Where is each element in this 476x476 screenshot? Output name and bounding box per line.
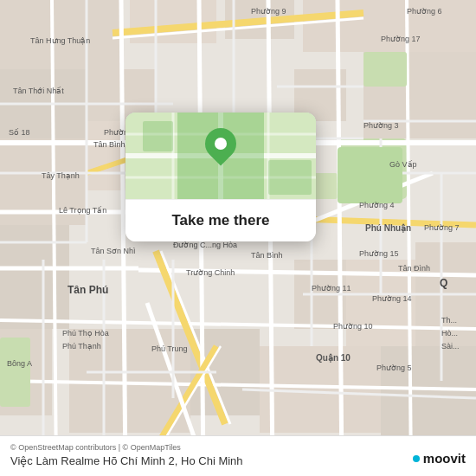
- svg-rect-11: [0, 225, 69, 329]
- pin-outer: [199, 122, 243, 166]
- location-pin: [205, 128, 236, 159]
- svg-rect-66: [0, 338, 30, 407]
- pin-inner: [212, 135, 229, 152]
- moovit-dot-icon: [413, 455, 420, 462]
- svg-rect-64: [338, 147, 402, 203]
- svg-rect-76: [143, 121, 173, 151]
- take-me-there-button[interactable]: Take me there: [125, 199, 316, 241]
- info-card: Take me there: [125, 113, 316, 241]
- bottom-bar: © OpenStreetMap contributors | © OpenMap…: [0, 435, 476, 476]
- moovit-logo: moovit: [413, 451, 466, 466]
- svg-rect-65: [363, 52, 407, 87]
- card-map-preview: [125, 113, 316, 199]
- svg-rect-20: [260, 346, 381, 433]
- svg-rect-77: [268, 160, 312, 195]
- moovit-brand-text: moovit: [423, 451, 466, 466]
- svg-rect-7: [303, 0, 476, 52]
- location-name: Việc Làm Realme Hõ Chí Minh 2, Ho Chi Mi…: [10, 454, 466, 467]
- svg-rect-4: [0, 0, 121, 69]
- map-container: Phường 9Phường 17Phường 6Tân Hưng ThuậnT…: [0, 0, 476, 476]
- map-attribution: © OpenStreetMap contributors | © OpenMap…: [10, 443, 466, 452]
